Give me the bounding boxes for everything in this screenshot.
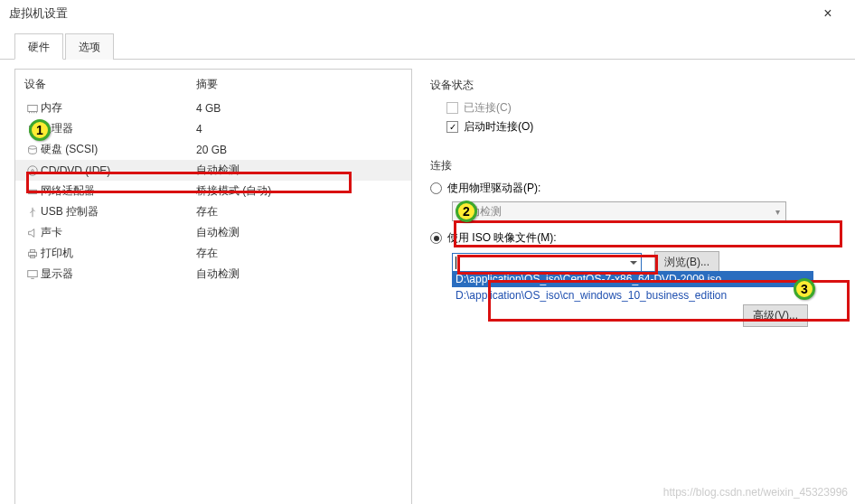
radio-icon: [430, 232, 442, 244]
watermark: https://blog.csdn.net/weixin_45323996: [663, 486, 848, 499]
checkbox-connect-on-start[interactable]: ✓ 启动时连接(O): [430, 119, 841, 135]
device-row-network[interactable]: 网络适配器 桥接模式 (自动): [15, 181, 411, 201]
annotation-badge-1: 1: [29, 119, 51, 141]
annotation-badge-3: 3: [794, 278, 815, 300]
col-summary: 摘要: [196, 77, 402, 92]
svg-point-8: [28, 165, 38, 175]
device-row-cpu[interactable]: 处理器 4: [15, 118, 411, 139]
col-device: 设备: [24, 77, 196, 92]
physical-drive-select: 自动检测 ▾: [452, 201, 786, 221]
close-icon: ×: [823, 5, 832, 22]
device-name: 硬盘 (SCSI): [41, 142, 196, 157]
usb-icon: [24, 206, 41, 219]
disk-icon: [24, 144, 41, 156]
iso-row: 浏览(B)... D:\application\OS_iso\CentOS-7-…: [452, 251, 841, 274]
content: 设备 摘要 内存 4 GB 处理器 4: [0, 60, 855, 504]
network-icon: [24, 185, 41, 198]
device-row-cddvd[interactable]: CD/DVD (IDE) 自动检测: [15, 160, 411, 181]
tab-bar: 硬件 选项: [0, 27, 855, 60]
svg-rect-14: [30, 249, 34, 252]
device-panel: 设备 摘要 内存 4 GB 处理器 4: [14, 69, 412, 504]
device-summary: 自动检测: [196, 163, 402, 178]
dropdown-item[interactable]: D:\application\OS_iso\cn_windows_10_busi…: [452, 287, 813, 303]
device-name: 声卡: [41, 225, 196, 240]
text-caret: [456, 257, 456, 269]
radio-iso[interactable]: 使用 ISO 映像文件(M):: [430, 230, 841, 246]
radio-label: 使用物理驱动器(P):: [447, 181, 540, 196]
settings-panel: 设备状态 已连接(C) ✓ 启动时连接(O) 连接 使用物理驱动器(P): 自动…: [427, 69, 841, 504]
device-row-memory[interactable]: 内存 4 GB: [15, 98, 411, 118]
device-header: 设备 摘要: [15, 70, 411, 98]
iso-dropdown: D:\application\OS_iso\CentOS-7-x86_64-DV…: [452, 271, 813, 303]
device-row-sound[interactable]: 声卡 自动检测: [15, 222, 411, 243]
advanced-row: 高级(V)...: [430, 304, 841, 327]
checkbox-label: 启动时连接(O): [464, 119, 533, 135]
close-button[interactable]: ×: [810, 1, 846, 26]
display-icon: [24, 268, 41, 281]
device-name: 显示器: [41, 266, 196, 282]
annotation-badge-2: 2: [456, 201, 477, 222]
checkbox-icon: ✓: [446, 121, 458, 133]
device-name: 内存: [41, 100, 196, 116]
checkbox-icon: [446, 102, 458, 114]
device-row-display[interactable]: 显示器 自动检测: [15, 264, 411, 285]
device-name: 网络适配器: [41, 183, 196, 199]
radio-label: 使用 ISO 映像文件(M):: [447, 230, 557, 246]
advanced-button[interactable]: 高级(V)...: [743, 304, 808, 327]
svg-point-9: [32, 169, 34, 172]
svg-rect-10: [29, 190, 37, 193]
connection-group-label: 连接: [430, 158, 841, 173]
tab-options[interactable]: 选项: [65, 33, 114, 60]
device-name: 打印机: [41, 246, 196, 261]
window-title: 虚拟机设置: [9, 5, 810, 22]
disc-icon: [24, 164, 41, 177]
svg-rect-0: [28, 105, 38, 111]
device-summary: 4 GB: [196, 102, 402, 115]
device-summary: 存在: [196, 246, 402, 261]
device-summary: 存在: [196, 204, 402, 219]
printer-icon: [24, 247, 41, 260]
status-group-label: 设备状态: [430, 78, 841, 93]
device-summary: 桥接模式 (自动): [196, 183, 402, 199]
device-summary: 4: [196, 123, 402, 135]
device-summary: 自动检测: [196, 266, 402, 282]
checkbox-connected[interactable]: 已连接(C): [430, 100, 841, 116]
chevron-down-icon: ▾: [775, 207, 780, 217]
device-name: CD/DVD (IDE): [41, 164, 196, 177]
device-name: 处理器: [41, 121, 196, 136]
device-row-usb[interactable]: USB 控制器 存在: [15, 201, 411, 222]
device-row-printer[interactable]: 打印机 存在: [15, 243, 411, 264]
memory-icon: [24, 102, 41, 115]
titlebar: 虚拟机设置 ×: [0, 0, 855, 27]
tab-hardware[interactable]: 硬件: [14, 33, 63, 60]
radio-icon: [430, 182, 442, 194]
device-row-disk[interactable]: 硬盘 (SCSI) 20 GB: [15, 139, 411, 160]
dropdown-item[interactable]: D:\application\OS_iso\CentOS-7-x86_64-DV…: [452, 271, 813, 287]
device-summary: 自动检测: [196, 225, 402, 240]
device-name: USB 控制器: [41, 204, 196, 219]
svg-point-7: [29, 145, 37, 149]
checkbox-label: 已连接(C): [464, 100, 512, 116]
device-list: 内存 4 GB 处理器 4 硬盘 (SCSI) 20 GB: [15, 98, 411, 285]
radio-physical[interactable]: 使用物理驱动器(P):: [430, 181, 841, 196]
device-summary: 20 GB: [196, 144, 402, 156]
iso-file-input[interactable]: [452, 253, 642, 273]
svg-rect-16: [28, 270, 38, 276]
sound-icon: [24, 227, 41, 239]
